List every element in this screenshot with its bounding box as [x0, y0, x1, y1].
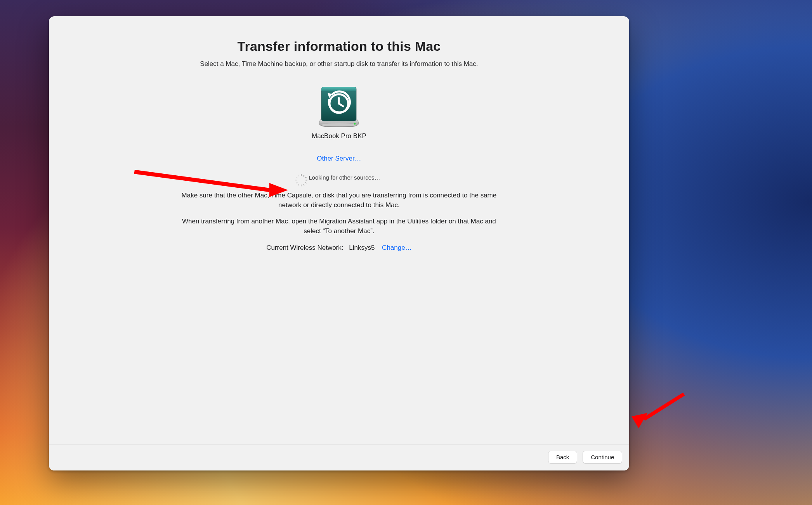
page-subtitle: Select a Mac, Time Machine backup, or ot… — [200, 60, 478, 68]
help-text-line-2: When transferring from another Mac, open… — [180, 216, 498, 236]
spinner-icon — [298, 174, 305, 181]
source-item-time-machine-disk[interactable]: MacBook Pro BKP — [312, 85, 366, 140]
current-network-name: Linksys5 — [349, 244, 375, 251]
svg-point-0 — [321, 123, 357, 126]
svg-point-1 — [354, 123, 356, 125]
page-title: Transfer information to this Mac — [237, 39, 441, 54]
continue-button[interactable]: Continue — [583, 451, 622, 463]
change-network-link[interactable]: Change… — [382, 244, 412, 251]
source-item-label: MacBook Pro BKP — [312, 132, 366, 140]
content-area: Transfer information to this Mac Select … — [49, 16, 630, 444]
help-text: Make sure that the other Mac, Time Capsu… — [180, 190, 498, 236]
other-server-link[interactable]: Other Server… — [317, 155, 361, 163]
current-network-row: Current Wireless Network: Linksys5 Chang… — [266, 244, 412, 252]
time-machine-disk-icon — [318, 85, 360, 130]
current-network-label: Current Wireless Network: — [266, 244, 343, 251]
help-text-line-1: Make sure that the other Mac, Time Capsu… — [180, 190, 498, 210]
looking-status-text: Looking for other sources… — [309, 174, 380, 181]
footer-bar: Back Continue — [49, 444, 630, 470]
migration-assistant-window: Transfer information to this Mac Select … — [49, 16, 630, 471]
looking-status: Looking for other sources… — [298, 174, 380, 181]
back-button[interactable]: Back — [548, 451, 577, 463]
